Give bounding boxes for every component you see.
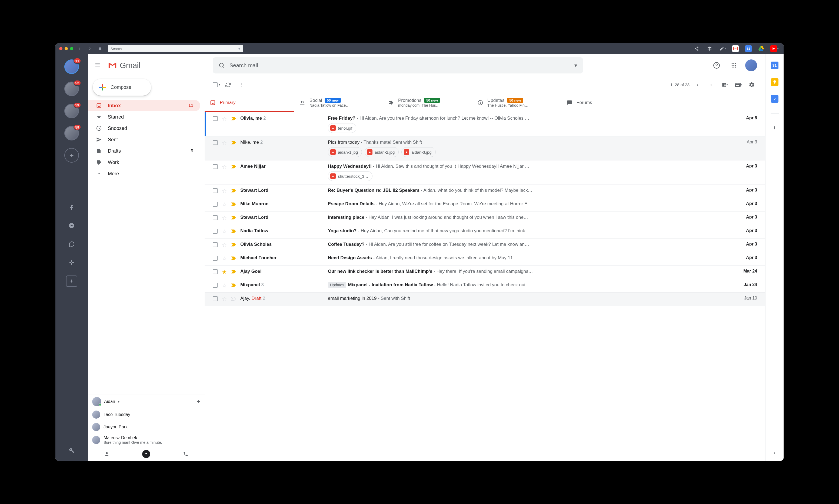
help-icon[interactable] (711, 59, 722, 71)
star-icon[interactable]: ☆ (222, 255, 227, 262)
importance-icon[interactable] (231, 297, 236, 301)
edit-icon[interactable]: ▾ (717, 43, 728, 54)
importance-icon[interactable] (231, 165, 236, 168)
share-icon[interactable] (691, 43, 702, 54)
add-addon-icon[interactable]: + (773, 125, 776, 131)
importance-icon[interactable] (231, 117, 236, 121)
tab-promotions[interactable]: Promotions 50 newmonday.com, The Hus… (383, 93, 472, 112)
split-pane-icon[interactable]: ▾ (719, 79, 730, 90)
hangouts-header[interactable]: Aidan▾ + (88, 395, 205, 408)
gmail-app-icon[interactable] (730, 43, 741, 54)
tab-primary[interactable]: Primary (205, 93, 294, 112)
nav-sent[interactable]: Sent (88, 134, 200, 145)
star-icon[interactable]: ☆ (222, 282, 227, 289)
refresh-button[interactable] (223, 79, 233, 90)
compose-button[interactable]: Compose (93, 79, 151, 96)
tab-social[interactable]: Social 50 newNadia Tatlow on Face… (294, 93, 383, 112)
email-row[interactable]: ☆Olivia ScholesCoffee Tuesday? - Hi Aida… (205, 238, 765, 252)
importance-icon[interactable] (231, 216, 236, 220)
nav-more[interactable]: More (88, 168, 200, 179)
email-row[interactable]: ☆Olivia, me 2Free Friday? - Hi Aidan, Ar… (205, 112, 765, 137)
calendar-addon-icon[interactable]: 31 (771, 61, 779, 69)
nav-inbox[interactable]: Inbox11 (88, 100, 200, 111)
importance-icon[interactable] (231, 189, 236, 193)
hangouts-tab-phone[interactable] (183, 451, 188, 457)
keep-addon-icon[interactable] (771, 78, 779, 86)
attachment-chip[interactable]: ▲shutterstock_3… (328, 171, 372, 181)
email-row[interactable]: ★Ajay GoelOur new link checker is better… (205, 266, 765, 279)
email-row[interactable]: ☆Nadia TatlowYoga studio? - Hey Aidan, C… (205, 225, 765, 238)
star-icon[interactable]: ★ (222, 269, 227, 275)
star-icon[interactable]: ☆ (222, 296, 227, 302)
workspace-2[interactable]: 52 (64, 82, 79, 96)
app-search[interactable]: Search ▾ (108, 45, 243, 52)
attachment-chip[interactable]: ▲aidan-2.jpg (365, 147, 399, 157)
whatsapp-icon[interactable] (66, 239, 77, 250)
email-row[interactable]: ☆Michael FoucherNeed Design Assets - Aid… (205, 252, 765, 266)
star-icon[interactable]: ☆ (222, 242, 227, 248)
apps-grid-icon[interactable] (728, 59, 740, 71)
row-checkbox[interactable] (213, 116, 217, 121)
email-row[interactable]: ☆Stewart LordRe: Buyer's Question re: JB… (205, 184, 765, 198)
nav-snoozed[interactable]: Snoozed (88, 123, 200, 134)
row-checkbox[interactable] (213, 188, 217, 193)
importance-icon[interactable] (231, 283, 236, 287)
hangouts-contact[interactable]: Mateusz DembekSure thing man! Give me a … (88, 433, 205, 447)
gmail-logo[interactable]: Gmail (108, 61, 140, 70)
importance-icon[interactable] (231, 270, 236, 274)
hangouts-tab-chat[interactable]: ❝ (142, 450, 150, 458)
row-checkbox[interactable] (213, 202, 217, 206)
star-icon[interactable]: ☆ (222, 188, 227, 194)
keyboard-icon[interactable]: ▾ (733, 79, 744, 90)
hangouts-contact[interactable]: Jaeyou Park (88, 421, 205, 433)
nav-back[interactable] (75, 45, 84, 52)
attachment-chip[interactable]: ▲tenor.gif (328, 123, 356, 133)
email-row[interactable]: ☆Mike MunroeEscape Room Details - Hey Ai… (205, 198, 765, 212)
importance-icon[interactable] (231, 229, 236, 233)
slack-icon[interactable] (66, 257, 77, 268)
email-row[interactable]: ☆Mike, me 2Pics from today - Thanks mate… (205, 137, 765, 160)
nav-starred[interactable]: ★Starred (88, 111, 200, 123)
workspace-3[interactable]: 59 (64, 104, 79, 118)
email-row[interactable]: ☆Ajay, Draft 2email marketing in 2019 - … (205, 292, 765, 306)
importance-icon[interactable] (231, 141, 236, 144)
layers-icon[interactable] (704, 43, 715, 54)
row-checkbox[interactable] (213, 256, 217, 260)
search-options-icon[interactable]: ▾ (574, 62, 577, 69)
tab-forums[interactable]: Forums (561, 93, 651, 112)
attachment-chip[interactable]: ▲aidan-1.jpg (328, 147, 362, 157)
minimize-window[interactable] (65, 47, 68, 50)
email-row[interactable]: ☆Amee NijjarHappy Wednesday!! - Hi Aidan… (205, 160, 765, 184)
add-contact-icon[interactable]: + (197, 398, 200, 405)
nav-drafts[interactable]: Drafts9 (88, 145, 200, 157)
select-all[interactable]: ▾ (213, 83, 220, 87)
star-icon[interactable]: ☆ (222, 215, 227, 221)
maximize-window[interactable] (70, 47, 73, 50)
hangouts-tab-contacts[interactable] (104, 451, 109, 457)
star-icon[interactable]: ☆ (222, 164, 227, 170)
messenger-icon[interactable] (66, 220, 77, 231)
email-row[interactable]: ☆Stewart LordInteresting place - Hey Aid… (205, 212, 765, 225)
add-workspace[interactable]: + (64, 148, 79, 163)
star-icon[interactable]: ☆ (222, 140, 227, 146)
row-checkbox[interactable] (213, 296, 217, 301)
row-checkbox[interactable] (213, 283, 217, 288)
row-checkbox[interactable] (213, 140, 217, 145)
add-app[interactable]: + (66, 275, 77, 287)
menu-icon[interactable]: ☰ (93, 60, 102, 71)
star-icon[interactable]: ☆ (222, 201, 227, 208)
settings-wrench-icon[interactable] (66, 445, 77, 456)
row-checkbox[interactable] (213, 229, 217, 234)
row-checkbox[interactable] (213, 269, 217, 274)
calendar-app-icon[interactable]: 31 (743, 43, 754, 54)
star-icon[interactable]: ☆ (222, 228, 227, 235)
workspace-1[interactable]: 11 (64, 59, 79, 74)
tab-updates[interactable]: Updates 50 newThe Hustle, Yahoo Fin… (472, 93, 561, 112)
nav-work[interactable]: Work (88, 157, 200, 168)
settings-gear-icon[interactable] (746, 79, 757, 90)
star-icon[interactable]: ☆ (222, 115, 227, 122)
nav-forward[interactable] (86, 45, 94, 52)
importance-icon[interactable] (231, 243, 236, 247)
workspace-4[interactable]: 59 (64, 126, 79, 141)
search-mail-input[interactable]: Search mail ▾ (213, 57, 583, 73)
